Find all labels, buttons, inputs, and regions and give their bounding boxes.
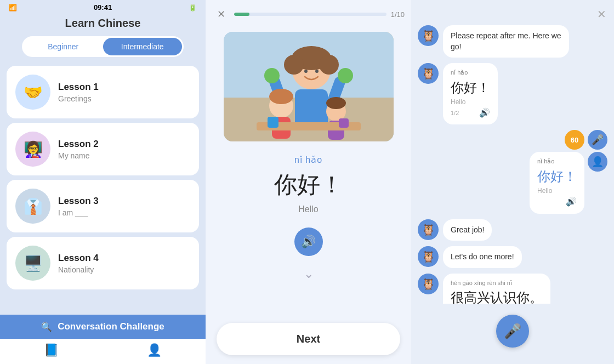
home-icon[interactable]: 📘 (44, 343, 59, 357)
svg-point-5 (319, 55, 339, 75)
lessons-list: 🤝 Lesson 1 Greetings 👩‍🏫 Lesson 2 My nam… (0, 66, 206, 310)
svg-point-12 (269, 89, 293, 104)
bubble-chinese-2: 很高兴认识你。 (451, 288, 543, 304)
challenge-icon: 🔍 (41, 322, 52, 332)
image-placeholder (224, 32, 394, 141)
bottom-nav: 📘 👤 (0, 339, 206, 364)
mid-header: ✕ 1/10 (206, 0, 411, 26)
chinese-text: 你好！ (274, 169, 343, 200)
chat-bubble-3: Great job! (443, 219, 492, 241)
lesson-subtitle-2: My name (58, 151, 99, 160)
bubble-pinyin-1: nǐ hǎo (451, 69, 490, 77)
lesson-icon-1: 🤝 (15, 75, 50, 110)
svg-point-20 (304, 70, 308, 73)
svg-rect-6 (295, 89, 328, 128)
progress-bar (234, 13, 386, 16)
response-right-col: 🎤 👤 (588, 130, 607, 172)
chat-bubble-1: Please repeat after me. Here we go! (443, 25, 569, 58)
owl-avatar-4: 🦉 (418, 246, 439, 267)
score-badge: 60 (565, 130, 584, 150)
chat-text-3: Great job! (451, 225, 484, 234)
lesson-info-2: Lesson 2 My name (58, 139, 99, 160)
status-left-icons: 📶 (9, 4, 17, 12)
chat-row-3: 🦉 Great job! (418, 219, 607, 241)
lesson-card-1[interactable]: 🤝 Lesson 1 Greetings (7, 66, 199, 118)
lesson-title-1: Lesson 1 (58, 82, 99, 93)
challenge-label: Conversation Challenge (58, 321, 164, 332)
svg-point-9 (264, 68, 280, 83)
status-right-icons: 🔋 (189, 4, 197, 12)
chevron-down-icon[interactable]: ⌄ (304, 267, 314, 281)
bubble-chinese-1: 你好！ (451, 78, 490, 97)
lesson-title-2: Lesson 2 (58, 139, 99, 150)
svg-rect-19 (339, 118, 349, 128)
lesson-title-3: Lesson 3 (58, 196, 99, 207)
chat-text-4: Let's do one more! (451, 252, 514, 261)
tab-intermediate[interactable]: Intermediate (103, 38, 183, 55)
chat-row-1: 🦉 Please repeat after me. Here we go! (418, 25, 607, 58)
bubble-pinyin-2: hén gāo xìng rèn shi nǐ (451, 279, 543, 287)
next-button[interactable]: Next (217, 323, 400, 355)
svg-point-4 (284, 55, 304, 75)
progress-count: 1/10 (391, 10, 405, 19)
battery-icon: 🔋 (189, 4, 197, 12)
profile-icon[interactable]: 👤 (147, 343, 162, 357)
status-time: 09:41 (94, 3, 112, 12)
left-panel: 📶 09:41 🔋 Learn Chinese Beginner Interme… (0, 0, 206, 364)
status-bar: 📶 09:41 🔋 (0, 0, 206, 15)
user-avatar-bubble: 👤 (588, 152, 607, 172)
lesson-subtitle-4: Nationality (58, 265, 99, 274)
next-btn-wrap: Next (206, 316, 411, 364)
bubble-english-resp: Hello (537, 186, 577, 196)
owl-avatar-2: 🦉 (418, 63, 439, 84)
response-content: 60 nǐ hǎo 你好！ Hello 🔊 (530, 130, 584, 213)
svg-point-21 (315, 70, 319, 73)
lesson-card-2[interactable]: 👩‍🏫 Lesson 2 My name (7, 123, 199, 175)
lesson-image (224, 32, 394, 141)
lesson-info-1: Lesson 1 Greetings (58, 82, 99, 103)
response-row: 🎤 👤 60 nǐ hǎo 你好！ Hello 🔊 (418, 130, 607, 213)
bubble-counter-1: 1/2 (451, 109, 459, 117)
tab-beginner[interactable]: Beginner (24, 38, 103, 55)
close-button[interactable]: ✕ (212, 5, 230, 23)
owl-avatar-3: 🦉 (418, 219, 439, 240)
lesson-card-4[interactable]: 🖥️ Lesson 4 Nationality (7, 237, 199, 289)
chat-bubble-4: Let's do one more! (443, 246, 522, 268)
right-close-button[interactable]: ✕ (597, 8, 606, 21)
lesson-icon-3: 👔 (15, 189, 50, 224)
bubble-speaker-1[interactable]: 🔊 (479, 107, 490, 119)
chat-row-2: 🦉 nǐ hǎo 你好！ Hello 1/2 🔊 (418, 63, 607, 124)
mic-button[interactable]: 🎤 (496, 315, 529, 348)
lesson-subtitle-3: I am ___ (58, 208, 99, 217)
app-title: Learn Chinese (0, 15, 206, 36)
mic-icon-bubble: 🎤 (588, 130, 607, 150)
owl-avatar-1: 🦉 (418, 25, 439, 46)
english-text: Hello (298, 204, 318, 214)
middle-panel: ✕ 1/10 (206, 0, 411, 364)
lesson-card-3[interactable]: 👔 Lesson 3 I am ___ (7, 180, 199, 232)
progress-fill (234, 13, 249, 16)
chat-area: 🦉 Please repeat after me. Here we go! 🦉 … (411, 25, 614, 304)
chat-bubble-5: hén gāo xìng rèn shi nǐ 很高兴认识你。 Nice to … (443, 274, 550, 304)
mid-content: nǐ hǎo 你好！ Hello 🔊 ⌄ (206, 26, 411, 316)
bubble-chinese-resp: 你好！ (537, 167, 577, 186)
bubble-speaker-resp[interactable]: 🔊 (566, 196, 577, 208)
pinyin-text: nǐ hǎo (294, 155, 322, 165)
lesson-subtitle-1: Greetings (58, 94, 99, 103)
chat-row-5: 🦉 hén gāo xìng rèn shi nǐ 很高兴认识你。 Nice t… (418, 274, 607, 304)
chat-bubble-response: nǐ hǎo 你好！ Hello 🔊 (530, 152, 584, 213)
lesson-info-3: Lesson 3 I am ___ (58, 196, 99, 217)
conversation-challenge-bar[interactable]: 🔍 Conversation Challenge (0, 315, 206, 339)
right-panel: ✕ 🦉 Please repeat after me. Here we go! … (411, 0, 614, 364)
tab-switcher: Beginner Intermediate (22, 36, 184, 57)
wifi-icon: 📶 (9, 4, 17, 12)
bubble-pinyin-resp: nǐ hǎo (537, 157, 577, 166)
owl-avatar-5: 🦉 (418, 274, 439, 294)
svg-point-10 (338, 68, 353, 83)
lesson-icon-2: 👩‍🏫 (15, 132, 50, 167)
chat-text-1: Please repeat after me. Here we go! (451, 31, 561, 51)
speaker-button[interactable]: 🔊 (294, 228, 323, 256)
bubble-english-1: Hello (451, 98, 490, 107)
lesson-title-4: Lesson 4 (58, 253, 99, 264)
mic-area: 🎤 (411, 304, 614, 364)
